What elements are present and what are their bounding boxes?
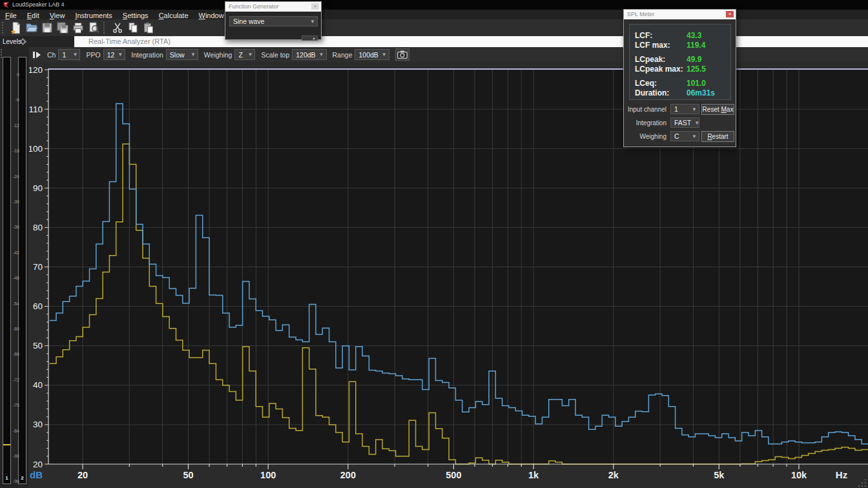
meter-scale-label: -72 [10, 377, 19, 381]
snapshot-button[interactable] [395, 48, 409, 61]
integration-value: FAST [674, 119, 691, 127]
x-tick-label: 2k [608, 470, 619, 480]
ppo-select[interactable]: 12▼ [103, 49, 126, 60]
y-tick-label: 110 [29, 105, 43, 114]
waveform-select[interactable]: Sine wave ▼ [229, 16, 318, 26]
chevron-down-icon: ▼ [310, 19, 315, 25]
main-toolbar [0, 19, 868, 36]
chevron-down-icon: ▼ [118, 52, 123, 57]
gear-icon[interactable] [19, 38, 26, 45]
copy-button[interactable] [125, 21, 141, 35]
tab-real-time-analyzer[interactable]: Real-Time Analyzer (RTA) [88, 36, 170, 47]
meter-scale-label: -24 [10, 174, 19, 178]
spl-label-lcf: LCF: [635, 31, 652, 40]
app-title: LoudSpeaker LAB 4 [12, 0, 65, 10]
toolbar-grip-2[interactable] [103, 22, 108, 34]
y-axis-unit-db: dB [30, 469, 43, 480]
x-tick-label: 20 [78, 470, 88, 480]
levels-panel-grip[interactable] [1, 49, 5, 58]
y-tick-label: 100 [29, 144, 43, 154]
rta-field-label: PPO [86, 51, 100, 59]
loudspeaker-lab-window: LoudSpeaker LAB 4 FileEditViewInstrument… [0, 0, 868, 488]
weighing-value: C [674, 132, 679, 140]
spl-value-lcpeak: 49.9 [687, 55, 701, 64]
rta-field-scale-top: Scale top120dB▼ [261, 49, 326, 60]
y-tick-label: 20 [33, 460, 43, 469]
paste-button[interactable] [141, 21, 156, 35]
y-tick-label: 80 [33, 223, 43, 232]
camera-icon [397, 50, 408, 59]
restart-button[interactable]: Restart [701, 131, 734, 142]
levels-panel-title: Levels [3, 36, 21, 47]
meter-scale-label: -12 [10, 123, 19, 127]
weighing-select[interactable]: Z▼ [234, 49, 255, 60]
pause-play-button[interactable] [31, 49, 43, 60]
y-tick-label: 40 [33, 380, 43, 390]
save-button[interactable] [39, 21, 55, 35]
integration-select[interactable]: Slow▼ [166, 49, 198, 60]
frequency-spinner-partial[interactable]: ▲ [302, 36, 318, 41]
save-icon [41, 21, 54, 34]
scale-top-select[interactable]: 120dB▼ [292, 49, 326, 60]
open-button[interactable] [24, 21, 39, 35]
x-tick-label: 10k [791, 470, 807, 480]
spl-readout-panel: LCF:43.3LCF max:119.4LCpeak:49.9LCpeak m… [629, 24, 731, 100]
rta-field-label: Ch [47, 51, 56, 59]
spl-value-lceq: 101.0 [687, 79, 706, 88]
new-document-button[interactable] [8, 21, 24, 35]
spl-label-lcpeakmax: LCpeak max: [635, 65, 683, 74]
chevron-down-icon: ▼ [692, 134, 697, 139]
rta-field-ch: Ch1▼ [47, 49, 80, 60]
range-select[interactable]: 100dB▼ [355, 49, 389, 60]
y-tick-label: 120 [29, 65, 43, 75]
print-preview-button[interactable] [86, 21, 101, 35]
combo-value: Slow [170, 51, 185, 59]
meter-scale-label: -42 [10, 250, 19, 254]
meter-scale-label: -66 [10, 352, 19, 356]
meter-scale-label: -90 [10, 454, 19, 458]
y-tick-label: 70 [33, 262, 43, 272]
spl-meter-titlebar[interactable]: SPL Meter × [624, 10, 736, 19]
ch-select[interactable]: 1▼ [58, 49, 80, 60]
print-icon [72, 21, 85, 34]
meter-scale-label: 0 [10, 72, 19, 77]
meter-scale-label: -78 [10, 403, 19, 407]
meter-scale-label: -6 [10, 97, 19, 102]
window-resize-grip[interactable] [858, 479, 867, 487]
close-icon[interactable]: × [311, 3, 319, 10]
weighing-select[interactable]: C ▼ [670, 131, 699, 141]
rta-chart-area: 203040506070809010011012020501002005001k… [29, 62, 868, 488]
open-folder-icon [25, 21, 38, 34]
toolbar-grip[interactable] [2, 22, 6, 34]
rta-spectrum-chart: 203040506070809010011012020501002005001k… [29, 62, 868, 488]
cut-button[interactable] [110, 21, 125, 35]
print-button[interactable] [70, 21, 86, 35]
app-titlebar: LoudSpeaker LAB 4 [0, 0, 868, 10]
meter-scale-label: -54 [10, 301, 19, 305]
save-as-button[interactable] [55, 21, 70, 35]
rta-field-weighing: WeighingZ▼ [204, 49, 256, 60]
combo-value: 1 [62, 51, 66, 59]
input-channel-select[interactable]: 1 ▼ [670, 104, 699, 114]
x-tick-label: 500 [446, 470, 461, 480]
spl-label-duration: Duration: [635, 88, 669, 97]
spl-meter-window: SPL Meter × LCF:43.3LCF max:119.4LCpeak:… [623, 9, 736, 147]
new-document-icon [10, 21, 23, 34]
reset-max-button[interactable]: Reset Max [701, 104, 734, 115]
meter-scale-label: -60 [10, 327, 19, 331]
rta-settings-fields: Ch1▼PPO12▼IntegrationSlow▼WeighingZ▼Scal… [47, 49, 389, 60]
level-meter-channel-2: 2 [18, 57, 26, 484]
document-tab-strip: Real-Time Analyzer (RTA) [74, 36, 868, 47]
copy-icon [127, 21, 140, 34]
function-generator-titlebar[interactable]: Function Generator × [225, 2, 321, 12]
rta-field-label: Scale top [261, 51, 289, 59]
x-tick-label: 1k [528, 470, 539, 480]
x-tick-label: 5k [714, 470, 725, 480]
rta-toolbar: Ch1▼PPO12▼IntegrationSlow▼WeighingZ▼Scal… [29, 47, 868, 62]
integration-select[interactable]: FAST ▼ [670, 117, 699, 128]
close-icon[interactable]: × [726, 11, 734, 17]
spl-value-lcfmax: 119.4 [687, 41, 705, 50]
meter-scale-label: -18 [10, 148, 19, 153]
levels-panel-header: Levels [0, 36, 74, 47]
channel-2-label: 2 [19, 475, 26, 481]
